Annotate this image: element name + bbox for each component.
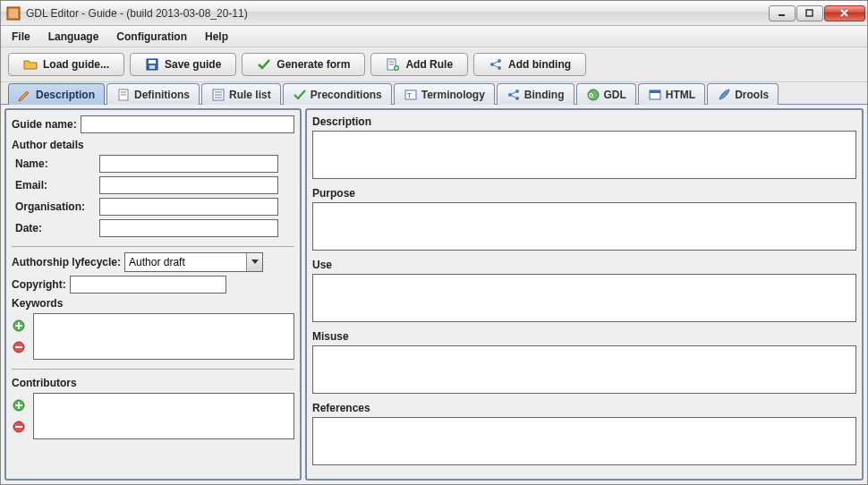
guide-name-label: Guide name: — [12, 118, 77, 131]
app-window: GDL Editor - Guide - (build 2013-03-08_2… — [0, 0, 868, 485]
add-keyword-button[interactable] — [12, 319, 26, 333]
description-label: Description — [312, 115, 856, 128]
svg-rect-1 — [9, 9, 18, 18]
floppy-icon — [145, 57, 159, 72]
tab-label: Drools — [735, 89, 769, 101]
tab-label: Description — [36, 89, 95, 101]
menu-help[interactable]: Help — [201, 29, 232, 45]
tab-label: Preconditions — [311, 89, 382, 101]
references-label: References — [312, 402, 856, 414]
button-label: Generate form — [277, 58, 350, 71]
tab-description[interactable]: Description — [8, 83, 105, 105]
window-controls — [769, 5, 865, 21]
email-input[interactable] — [99, 176, 278, 194]
binding-icon — [506, 88, 521, 102]
left-panel: Guide name: Author details Name: Email: … — [4, 108, 302, 481]
tab-drools[interactable]: Drools — [707, 83, 779, 105]
contributors-title: Contributors — [12, 377, 294, 389]
tab-label: Definitions — [134, 89, 190, 101]
tab-label: Binding — [524, 89, 565, 101]
right-panel: Description Purpose Use Misuse Reference… — [305, 108, 864, 481]
button-label: Add binding — [508, 58, 571, 71]
menu-configuration[interactable]: Configuration — [113, 29, 191, 45]
app-icon — [6, 6, 21, 21]
lifecycle-combo[interactable]: Author draft — [124, 252, 263, 272]
add-rule-button[interactable]: Add Rule — [370, 53, 468, 76]
menubar: File Language Configuration Help — [1, 26, 867, 47]
svg-line-32 — [510, 91, 517, 95]
tab-html[interactable]: HTML — [638, 83, 705, 105]
generate-form-button[interactable]: Generate form — [242, 53, 365, 76]
add-contributor-button[interactable] — [12, 398, 26, 413]
document-icon — [116, 88, 131, 102]
add-binding-button[interactable]: Add binding — [473, 53, 586, 76]
pencil-icon — [18, 88, 32, 102]
date-input[interactable] — [99, 219, 278, 237]
button-label: Save guide — [165, 58, 221, 71]
tab-label: Rule list — [229, 89, 271, 101]
email-label: Email: — [15, 179, 96, 191]
terminology-icon: T — [404, 88, 418, 102]
close-button[interactable] — [824, 5, 865, 21]
contributors-list[interactable] — [33, 393, 294, 439]
tab-label: Terminology — [421, 89, 485, 101]
binding-icon — [489, 57, 503, 72]
tab-gdl[interactable]: G GDL — [576, 83, 636, 105]
window-title: GDL Editor - Guide - (build 2013-03-08_2… — [26, 7, 769, 20]
tab-binding[interactable]: Binding — [497, 83, 574, 105]
toolbar: Load guide... Save guide Generate form A… — [1, 47, 867, 82]
lifecycle-value: Author draft — [125, 256, 246, 268]
keywords-list[interactable] — [33, 313, 294, 360]
lifecycle-label: Authorship lyfecycle: — [12, 256, 121, 268]
purpose-textarea[interactable] — [312, 202, 856, 251]
tab-label: HTML — [666, 89, 695, 101]
purpose-label: Purpose — [312, 187, 856, 200]
misuse-label: Misuse — [312, 330, 856, 343]
name-input[interactable] — [99, 155, 278, 173]
author-details-title: Author details — [12, 139, 294, 151]
chevron-down-icon — [251, 260, 259, 265]
references-textarea[interactable] — [312, 417, 856, 465]
tab-preconditions[interactable]: Preconditions — [283, 83, 392, 105]
organisation-label: Organisation: — [15, 200, 96, 213]
tab-definitions[interactable]: Definitions — [106, 83, 200, 105]
dropdown-button[interactable] — [246, 253, 262, 271]
keywords-title: Keywords — [12, 297, 294, 310]
svg-line-33 — [510, 95, 517, 98]
tab-terminology[interactable]: T Terminology — [394, 83, 495, 105]
use-label: Use — [312, 259, 856, 271]
description-textarea[interactable] — [312, 131, 856, 179]
rule-list-icon — [211, 88, 226, 102]
svg-rect-8 — [149, 65, 155, 69]
organisation-input[interactable] — [99, 198, 278, 216]
feather-icon — [717, 88, 731, 102]
date-label: Date: — [15, 222, 96, 234]
gdl-icon: G — [586, 88, 600, 102]
svg-line-18 — [492, 61, 499, 64]
copyright-input[interactable] — [70, 276, 226, 294]
add-rule-icon — [386, 57, 400, 72]
menu-language[interactable]: Language — [45, 29, 103, 45]
minimize-button[interactable] — [769, 5, 796, 21]
guide-name-input[interactable] — [81, 115, 294, 133]
svg-rect-3 — [806, 10, 813, 16]
svg-text:G: G — [589, 92, 594, 98]
maximize-button[interactable] — [796, 5, 823, 21]
folder-open-icon — [23, 57, 38, 72]
remove-keyword-button[interactable] — [12, 340, 26, 354]
svg-rect-7 — [149, 60, 156, 64]
tab-rulelist[interactable]: Rule list — [201, 83, 281, 105]
svg-rect-37 — [650, 90, 660, 93]
load-guide-button[interactable]: Load guide... — [8, 53, 124, 76]
html-icon — [648, 88, 662, 102]
menu-file[interactable]: File — [8, 29, 34, 45]
save-guide-button[interactable]: Save guide — [130, 53, 236, 76]
use-textarea[interactable] — [312, 274, 856, 322]
tab-bar: Description Definitions Rule list Precon… — [1, 82, 867, 105]
remove-contributor-button[interactable] — [12, 420, 26, 434]
svg-text:T: T — [407, 91, 412, 99]
check-icon — [257, 57, 271, 72]
misuse-textarea[interactable] — [312, 345, 856, 394]
check-icon — [293, 88, 307, 102]
copyright-label: Copyright: — [12, 278, 66, 291]
